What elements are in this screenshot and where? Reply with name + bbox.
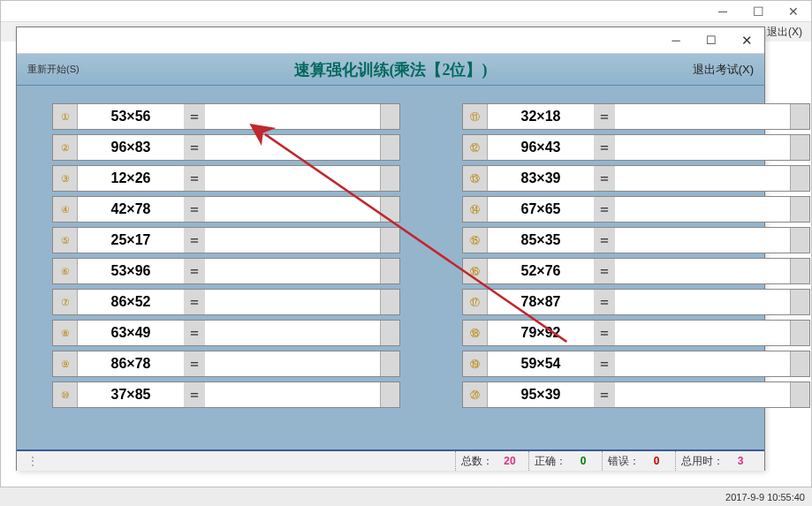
answer-input[interactable] bbox=[615, 290, 790, 314]
problem-row: ②96×83＝ bbox=[52, 134, 400, 161]
problem-expression: 86×52 bbox=[78, 290, 184, 314]
problem-expression: 86×78 bbox=[78, 351, 184, 376]
answer-input[interactable] bbox=[205, 321, 380, 345]
problem-row: ⑱79×92＝ bbox=[462, 320, 810, 346]
problem-row: ④42×78＝ bbox=[52, 196, 400, 223]
problem-expression: 59×54 bbox=[488, 351, 594, 376]
equals-sign: ＝ bbox=[594, 259, 615, 283]
problem-index: ① bbox=[53, 104, 78, 129]
equals-sign: ＝ bbox=[184, 135, 205, 160]
row-tail bbox=[380, 382, 399, 407]
answer-input[interactable] bbox=[205, 351, 380, 376]
status-time: 总用时： 3 bbox=[675, 451, 759, 471]
problem-row: ⑭67×65＝ bbox=[462, 196, 810, 223]
problem-expression: 85×35 bbox=[488, 228, 594, 253]
answer-input[interactable] bbox=[205, 197, 380, 222]
row-tail bbox=[790, 104, 809, 129]
problem-expression: 63×49 bbox=[78, 321, 184, 345]
problem-row: ⑳95×39＝ bbox=[462, 381, 810, 408]
problem-index: ③ bbox=[53, 166, 78, 191]
problem-expression: 42×78 bbox=[78, 197, 184, 222]
app-minimize-button[interactable]: ─ bbox=[658, 27, 694, 54]
equals-sign: ＝ bbox=[184, 382, 205, 407]
equals-sign: ＝ bbox=[594, 104, 615, 129]
equals-sign: ＝ bbox=[184, 259, 205, 283]
outer-close-button[interactable]: ✕ bbox=[776, 1, 811, 22]
row-tail bbox=[790, 259, 809, 283]
outer-maximize-button[interactable]: ☐ bbox=[740, 1, 776, 22]
app-window: ─ ☐ ✕ 重新开始(S) 速算强化训练(乘法【2位】) 退出考试(X) ①53… bbox=[16, 26, 765, 471]
restart-button[interactable]: 重新开始(S) bbox=[27, 63, 142, 76]
equals-sign: ＝ bbox=[184, 321, 205, 345]
status-bar: ⋮ 总数： 20 正确： 0 错误： 0 总用时： 3 bbox=[17, 449, 764, 471]
answer-input[interactable] bbox=[205, 290, 380, 314]
problem-index: ⑳ bbox=[463, 382, 488, 407]
equals-sign: ＝ bbox=[184, 166, 205, 191]
answer-input[interactable] bbox=[615, 382, 790, 407]
problem-index: ② bbox=[53, 135, 78, 160]
answer-input[interactable] bbox=[615, 321, 790, 345]
answer-input[interactable] bbox=[615, 228, 790, 253]
row-tail bbox=[380, 321, 399, 345]
problem-index: ⑬ bbox=[463, 166, 488, 191]
problem-index: ⑦ bbox=[53, 290, 78, 314]
problem-expression: 83×39 bbox=[488, 166, 594, 191]
answer-input[interactable] bbox=[205, 135, 380, 160]
problem-index: ⑪ bbox=[463, 104, 488, 129]
app-titlebar: ─ ☐ ✕ bbox=[17, 27, 764, 54]
problem-expression: 32×18 bbox=[488, 104, 594, 129]
status-handle: ⋮ bbox=[22, 451, 43, 471]
answer-input[interactable] bbox=[615, 166, 790, 191]
problem-index: ⑮ bbox=[463, 228, 488, 253]
equals-sign: ＝ bbox=[594, 382, 615, 407]
problem-expression: 53×96 bbox=[78, 259, 184, 283]
left-column: ①53×56＝②96×83＝③12×26＝④42×78＝⑤25×17＝⑥53×9… bbox=[52, 103, 400, 432]
problem-index: ⑰ bbox=[463, 290, 488, 314]
row-tail bbox=[790, 382, 809, 407]
answer-input[interactable] bbox=[205, 166, 380, 191]
status-correct: 正确： 0 bbox=[528, 451, 602, 471]
status-total: 总数： 20 bbox=[455, 451, 528, 471]
problem-row: ⑬83×39＝ bbox=[462, 165, 810, 192]
row-tail bbox=[790, 228, 809, 253]
answer-input[interactable] bbox=[615, 351, 790, 376]
answer-input[interactable] bbox=[615, 104, 790, 129]
problem-row: ⑩37×85＝ bbox=[52, 381, 400, 408]
answer-input[interactable] bbox=[615, 197, 790, 222]
equals-sign: ＝ bbox=[594, 135, 615, 160]
equals-sign: ＝ bbox=[184, 228, 205, 253]
app-maximize-button[interactable]: ☐ bbox=[694, 27, 729, 54]
answer-input[interactable] bbox=[205, 259, 380, 283]
equals-sign: ＝ bbox=[594, 197, 615, 222]
equals-sign: ＝ bbox=[184, 351, 205, 376]
row-tail bbox=[380, 166, 399, 191]
problem-row: ⑯52×76＝ bbox=[462, 258, 810, 284]
answer-input[interactable] bbox=[205, 382, 380, 407]
problem-index: ⑱ bbox=[463, 321, 488, 345]
answer-input[interactable] bbox=[615, 135, 790, 160]
answer-input[interactable] bbox=[205, 104, 380, 129]
app-header: 重新开始(S) 速算强化训练(乘法【2位】) 退出考试(X) bbox=[17, 54, 764, 86]
row-tail bbox=[790, 197, 809, 222]
problem-row: ⑫96×43＝ bbox=[462, 134, 810, 161]
app-title: 速算强化训练(乘法【2位】) bbox=[142, 59, 639, 80]
row-tail bbox=[380, 351, 399, 376]
equals-sign: ＝ bbox=[184, 290, 205, 314]
row-tail bbox=[380, 135, 399, 160]
problem-row: ⑲59×54＝ bbox=[462, 351, 810, 377]
equals-sign: ＝ bbox=[184, 104, 205, 129]
row-tail bbox=[380, 290, 399, 314]
outer-titlebar: ─ ☐ ✕ bbox=[1, 1, 811, 22]
problem-row: ⑨86×78＝ bbox=[52, 351, 400, 377]
problem-expression: 96×43 bbox=[488, 135, 594, 160]
outer-minimize-button[interactable]: ─ bbox=[705, 1, 740, 22]
app-close-button[interactable]: ✕ bbox=[729, 27, 764, 54]
problem-row: ①53×56＝ bbox=[52, 103, 400, 130]
exit-exam-button[interactable]: 退出考试(X) bbox=[639, 62, 754, 78]
answer-input[interactable] bbox=[615, 259, 790, 283]
row-tail bbox=[380, 228, 399, 253]
row-tail bbox=[790, 351, 809, 376]
equals-sign: ＝ bbox=[594, 321, 615, 345]
answer-input[interactable] bbox=[205, 228, 380, 253]
right-column: ⑪32×18＝⑫96×43＝⑬83×39＝⑭67×65＝⑮85×35＝⑯52×7… bbox=[462, 103, 810, 432]
